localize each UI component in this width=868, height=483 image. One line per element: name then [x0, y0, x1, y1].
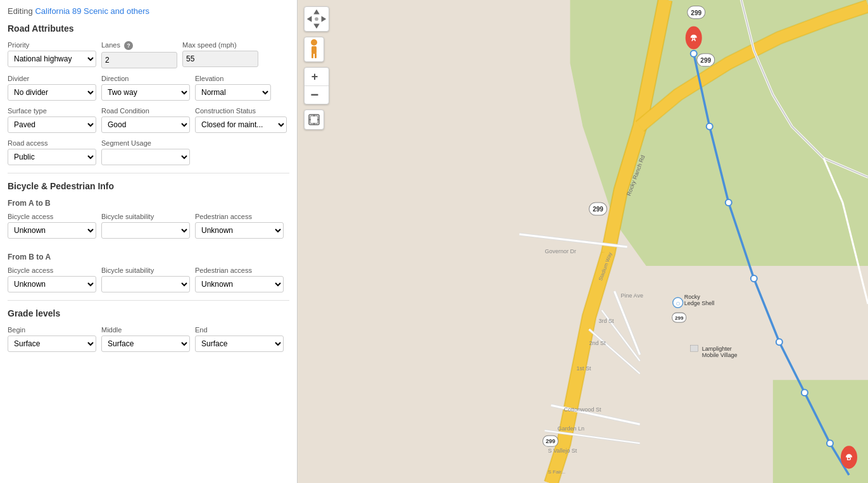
elevation-group: Elevation Normal Underground Ground Brid… — [195, 75, 271, 101]
bicycle-pedestrian-section: Bicycle & Pedestrian Info From A to B Bi… — [8, 181, 289, 292]
atob-bicycle-suitability-select[interactable]: Good Fair Poor — [101, 222, 190, 239]
editing-header: Editing California 89 Scenic and others — [8, 6, 289, 16]
atob-pedestrian-access-group: Pedestrian access Unknown Yes No — [195, 213, 284, 239]
btoa-bicycle-access-select[interactable]: Unknown Yes No — [8, 276, 96, 292]
atob-bicycle-access-select[interactable]: Unknown Yes No — [8, 222, 96, 239]
svg-text:299: 299 — [691, 9, 701, 16]
elevation-label: Elevation — [195, 75, 271, 82]
section-divider-1 — [8, 173, 289, 173]
max-speed-input[interactable] — [182, 51, 258, 67]
atob-bicycle-suitability-label: Bicycle suitability — [101, 213, 190, 220]
direction-select[interactable]: Two way One way (A→B) One way (B→A) — [101, 84, 190, 101]
svg-marker-61 — [322, 16, 327, 22]
svg-point-49 — [827, 440, 833, 446]
svg-text:Garden Ln: Garden Ln — [557, 425, 584, 432]
grade-begin-select[interactable]: Surface Underground Ground Bridge Elevat… — [8, 336, 96, 352]
surface-type-group: Surface type Paved Unpaved Dirt — [8, 107, 96, 133]
pegman-icon — [307, 38, 321, 61]
lanes-group: Lanes ? — [101, 41, 177, 68]
atob-pedestrian-access-select[interactable]: Unknown Yes No — [195, 222, 284, 239]
road-row-3: Surface type Paved Unpaved Dirt Road Con… — [8, 107, 289, 133]
from-b-to-a-label: From B to A — [8, 253, 289, 261]
svg-point-62 — [315, 17, 318, 21]
priority-select[interactable]: National highway Major highway Minor hig… — [8, 51, 96, 67]
svg-text:Rocky: Rocky — [684, 294, 701, 300]
svg-text:299: 299 — [675, 315, 684, 321]
grade-middle-label: Middle — [101, 326, 190, 334]
pegman-button[interactable] — [304, 37, 324, 62]
road-condition-label: Road Condition — [101, 107, 190, 115]
priority-label: Priority — [8, 41, 96, 49]
btoa-bicycle-suitability-select[interactable]: Good Fair Poor — [101, 276, 190, 292]
road-access-group: Road access Public Private Restricted — [8, 139, 96, 165]
grade-levels-section: Grade levels Begin Surface Underground G… — [8, 308, 289, 352]
map-svg: 299 299 299 Rocky Ranch Rd Governor Dr P… — [298, 0, 868, 483]
svg-rect-2 — [773, 380, 868, 483]
grade-begin-group: Begin Surface Underground Ground Bridge … — [8, 326, 96, 352]
construction-status-label: Construction Status — [195, 107, 287, 115]
svg-text:B: B — [846, 455, 851, 461]
atob-bicycle-access-label: Bicycle access — [8, 213, 96, 220]
svg-point-63 — [311, 39, 317, 46]
svg-marker-60 — [307, 16, 312, 22]
priority-group: Priority National highway Major highway … — [8, 41, 96, 68]
screenshot-button[interactable] — [304, 110, 324, 130]
svg-rect-66 — [315, 53, 317, 58]
atob-row: Bicycle access Unknown Yes No Bicycle su… — [8, 213, 289, 239]
svg-point-43 — [691, 51, 697, 57]
section-divider-2 — [8, 300, 289, 301]
svg-text:S Fair...: S Fair... — [548, 469, 565, 475]
grade-end-select[interactable]: Surface Underground Ground Bridge Elevat… — [195, 336, 284, 352]
grade-end-group: End Surface Underground Ground Bridge El… — [195, 326, 284, 352]
divider-group: Divider No divider Divider Median — [8, 75, 96, 101]
construction-status-select[interactable]: Closed for maint... Open Under construct… — [195, 116, 287, 133]
svg-point-44 — [707, 123, 713, 130]
lanes-help-icon[interactable]: ? — [124, 41, 133, 50]
road-attributes-section: Road Attributes Priority National highwa… — [8, 23, 289, 165]
btoa-pedestrian-access-select[interactable]: Unknown Yes No — [195, 276, 284, 292]
editing-label: Editing — [8, 6, 33, 16]
svg-text:1st St: 1st St — [576, 365, 591, 372]
road-access-select[interactable]: Public Private Restricted — [8, 149, 96, 165]
pan-arrows-icon — [305, 6, 329, 32]
elevation-select[interactable]: Normal Underground Ground Bridge Elevate… — [195, 84, 271, 101]
grade-middle-select[interactable]: Surface Underground Ground Bridge Elevat… — [101, 336, 190, 352]
btoa-bicycle-suitability-group: Bicycle suitability Good Fair Poor — [101, 267, 190, 292]
left-panel: Editing California 89 Scenic and others … — [0, 0, 298, 483]
grade-end-label: End — [195, 326, 284, 334]
svg-text:Cottonwood St: Cottonwood St — [563, 406, 601, 413]
road-row-4: Road access Public Private Restricted Se… — [8, 139, 289, 165]
zoom-in-button[interactable]: + — [305, 68, 325, 85]
road-name-link[interactable]: California 89 Scenic and others — [35, 6, 149, 16]
svg-point-47 — [776, 339, 783, 345]
lanes-input[interactable] — [101, 52, 177, 68]
grade-levels-row: Begin Surface Underground Ground Bridge … — [8, 326, 289, 352]
divider-select[interactable]: No divider Divider Median — [8, 84, 96, 101]
svg-text:299: 299 — [700, 57, 711, 64]
from-a-to-b-label: From A to B — [8, 199, 289, 208]
svg-rect-38 — [691, 345, 698, 351]
max-speed-group: Max speed (mph) — [182, 41, 258, 68]
divider-label: Divider — [8, 75, 96, 82]
svg-text:2nd St: 2nd St — [589, 340, 607, 346]
pan-control[interactable] — [304, 6, 329, 32]
btoa-pedestrian-access-label: Pedestrian access — [195, 267, 284, 274]
surface-type-select[interactable]: Paved Unpaved Dirt — [8, 116, 96, 133]
road-condition-select[interactable]: Good Fair Poor — [101, 116, 190, 133]
svg-rect-64 — [311, 46, 317, 54]
zoom-out-button[interactable]: − — [305, 86, 325, 104]
svg-text:299: 299 — [593, 206, 603, 213]
grade-begin-label: Begin — [8, 326, 96, 334]
svg-point-46 — [751, 275, 757, 282]
svg-marker-59 — [313, 24, 320, 29]
svg-text:Ledge Shell: Ledge Shell — [684, 300, 715, 306]
segment-usage-select[interactable]: Regular Ramp Roundabout — [101, 149, 190, 165]
direction-label: Direction — [101, 75, 190, 82]
segment-usage-label: Segment Usage — [101, 139, 190, 147]
map-area[interactable]: 299 299 299 Rocky Ranch Rd Governor Dr P… — [298, 0, 868, 483]
road-attributes-title: Road Attributes — [8, 23, 289, 34]
direction-group: Direction Two way One way (A→B) One way … — [101, 75, 190, 101]
svg-rect-68 — [310, 116, 318, 123]
btoa-row: Bicycle access Unknown Yes No Bicycle su… — [8, 267, 289, 292]
road-condition-group: Road Condition Good Fair Poor — [101, 107, 190, 133]
